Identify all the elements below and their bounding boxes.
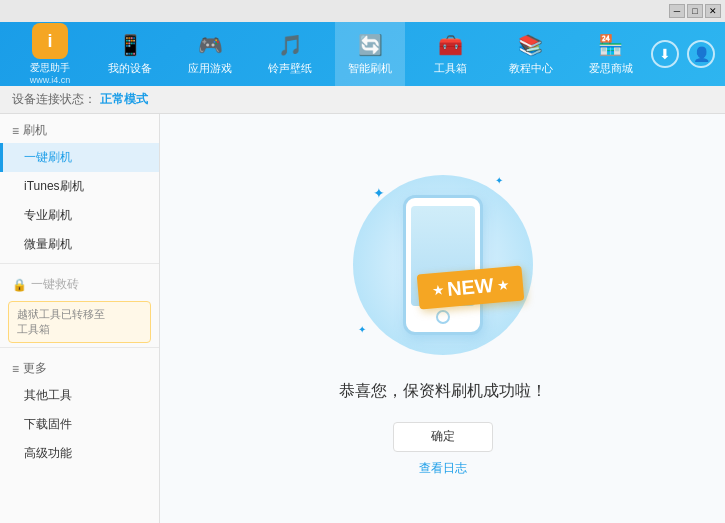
content-area: ✦ ✦ ✦ ★ NEW ★ 恭喜您，保资料刷机成功啦！ 确定 查看日志	[160, 114, 725, 523]
game-icon: 🎮	[198, 33, 223, 57]
main-area: ≡ 刷机 一键刷机 iTunes刷机 专业刷机 微量刷机 🔒 一键救砖 越狱工具…	[0, 114, 725, 523]
maximize-button[interactable]: □	[687, 4, 703, 18]
nav-smart-flash[interactable]: 🔄 智能刷机	[335, 22, 405, 86]
sidebar-item-pro-flash[interactable]: 专业刷机	[0, 201, 159, 230]
toolbox-icon: 🧰	[438, 33, 463, 57]
new-badge: ★ NEW ★	[418, 270, 523, 305]
sidebar-section-rescue: 🔒 一键救砖	[0, 268, 159, 297]
nav-toolbox[interactable]: 🧰 工具箱	[416, 22, 486, 86]
nav-store[interactable]: 🏪 爱思商城	[576, 22, 646, 86]
sidebar-section-flash: ≡ 刷机	[0, 114, 159, 143]
title-bar: ─ □ ✕	[0, 0, 725, 22]
sidebar-item-itunes-flash[interactable]: iTunes刷机	[0, 172, 159, 201]
sidebar-warning: 越狱工具已转移至 工具箱	[8, 301, 151, 343]
new-ribbon: ★ NEW ★	[417, 265, 524, 309]
sparkle-icon-2: ✦	[495, 175, 503, 186]
star-icon-left: ★	[431, 282, 443, 297]
sidebar-item-download-firmware[interactable]: 下载固件	[0, 410, 159, 439]
logo-icon: i	[32, 23, 68, 59]
book-icon: 📚	[518, 33, 543, 57]
nav-ringtone[interactable]: 🎵 铃声壁纸	[255, 22, 325, 86]
sidebar-divider-1	[0, 263, 159, 264]
confirm-button[interactable]: 确定	[393, 422, 493, 452]
close-button[interactable]: ✕	[705, 4, 721, 18]
section-flash-icon: ≡	[12, 124, 19, 138]
more-icon: ≡	[12, 362, 19, 376]
success-message: 恭喜您，保资料刷机成功啦！	[339, 381, 547, 402]
phone-shape	[403, 195, 483, 335]
sparkle-icon-1: ✦	[373, 185, 385, 201]
logo-letter: i	[47, 31, 52, 52]
sidebar-section-more: ≡ 更多	[0, 352, 159, 381]
sidebar-item-advanced[interactable]: 高级功能	[0, 439, 159, 468]
music-icon: 🎵	[278, 33, 303, 57]
header: i 爱思助手 www.i4.cn 📱 我的设备 🎮 应用游戏 🎵 铃声壁纸 🔄 …	[0, 22, 725, 86]
logo: i 爱思助手 www.i4.cn	[10, 23, 90, 85]
minimize-button[interactable]: ─	[669, 4, 685, 18]
phone-home-button	[436, 310, 450, 324]
new-text: NEW	[446, 274, 494, 301]
download-button[interactable]: ⬇	[651, 40, 679, 68]
nav-tutorial[interactable]: 📚 教程中心	[496, 22, 566, 86]
phone-illustration: ✦ ✦ ✦ ★ NEW ★	[343, 165, 543, 365]
user-button[interactable]: 👤	[687, 40, 715, 68]
status-value: 正常模式	[100, 91, 148, 108]
status-bar: 设备连接状态： 正常模式	[0, 86, 725, 114]
status-label: 设备连接状态：	[12, 91, 96, 108]
sidebar: ≡ 刷机 一键刷机 iTunes刷机 专业刷机 微量刷机 🔒 一键救砖 越狱工具…	[0, 114, 160, 523]
window-controls[interactable]: ─ □ ✕	[669, 4, 721, 18]
sidebar-item-one-key-flash[interactable]: 一键刷机	[0, 143, 159, 172]
sidebar-divider-2	[0, 347, 159, 348]
sidebar-item-other-tools[interactable]: 其他工具	[0, 381, 159, 410]
lock-icon: 🔒	[12, 278, 27, 292]
sparkle-icon-3: ✦	[358, 324, 366, 335]
nav-bar: 📱 我的设备 🎮 应用游戏 🎵 铃声壁纸 🔄 智能刷机 🧰 工具箱 📚 教程中心…	[90, 22, 651, 86]
action-buttons: 确定 查看日志	[393, 422, 493, 477]
nav-app-game[interactable]: 🎮 应用游戏	[175, 22, 245, 86]
sidebar-item-micro-flash[interactable]: 微量刷机	[0, 230, 159, 259]
logo-text: 爱思助手 www.i4.cn	[30, 61, 71, 85]
star-icon-right: ★	[497, 277, 509, 292]
phone-icon: 📱	[118, 33, 143, 57]
log-link[interactable]: 查看日志	[419, 460, 467, 477]
header-right: ⬇ 👤	[651, 40, 715, 68]
flash-icon: 🔄	[358, 33, 383, 57]
nav-my-device[interactable]: 📱 我的设备	[95, 22, 165, 86]
store-icon: 🏪	[598, 33, 623, 57]
